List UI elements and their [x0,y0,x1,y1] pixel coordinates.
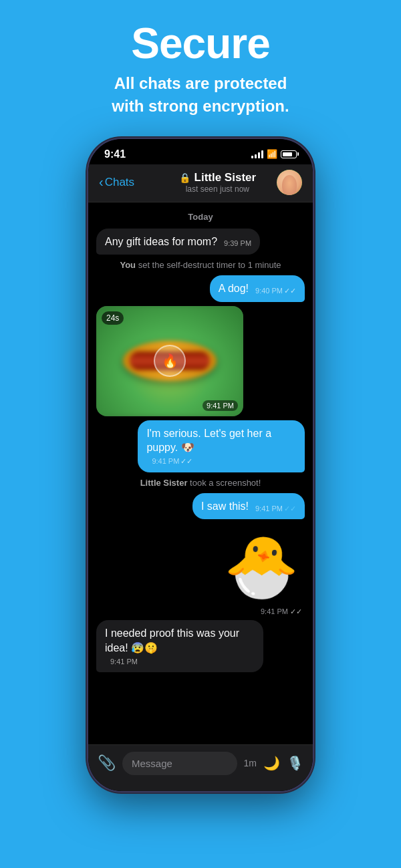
msg-time: 9:41 PM [255,504,283,514]
avatar[interactable] [277,170,302,195]
image-time-overlay: 9:41 PM [203,400,238,411]
screenshot-text: took a screenshot! [190,478,261,488]
system-message: You set the self-destruct timer to 1 min… [96,259,305,271]
msg-text: I needed proof this was your idea! 😰🤫 [105,626,255,655]
incoming-bubble: Any gift ideas for mom? 9:39 PM [96,229,260,255]
msg-text: A dog! [219,281,249,296]
message-placeholder: Message [132,758,172,769]
phone-wrapper: 9:41 📶 ‹ Ch [87,138,314,806]
nav-back-label: Chats [105,176,134,189]
hero-subtitle: All chats are protectedwith strong encry… [13,72,388,117]
moon-icon[interactable]: 🌙 [263,755,280,771]
message-row: I saw this! 9:41 PM ✓✓ [96,493,305,520]
status-icons: 📶 [251,149,297,159]
microphone-icon[interactable]: 🎙️ [287,755,303,771]
message-row: Any gift ideas for mom? 9:39 PM [96,229,305,255]
checkmarks-icon: ✓✓ [180,456,192,466]
nav-back-button[interactable]: ‹ Chats [99,174,158,190]
signal-bar-4 [261,150,263,158]
signal-bar-2 [255,154,257,158]
checkmarks-icon: ✓✓ [284,504,296,514]
nav-contact-status: last seen just now [158,184,277,194]
chat-area[interactable]: Today Any gift ideas for mom? 9:39 PM Yo… [88,202,313,744]
message-input[interactable]: Message [122,752,237,775]
avatar-face [277,170,302,195]
attach-button[interactable]: 📎 [98,754,116,772]
screenshot-name: Little Sister [140,478,188,488]
image-bubble[interactable]: 🔥 24s 9:41 PM [96,306,243,416]
msg-text: I'm serious. Let's get her a puppy. 🐶 [146,426,296,455]
image-message-row: 🔥 24s 9:41 PM [96,306,305,416]
nav-bar: ‹ Chats 🔒 Little Sister last seen just n… [88,164,313,202]
play-overlay[interactable]: 🔥 [154,345,186,377]
sticker-message-row: 🐣 9:41 PM ✓✓ [96,523,305,616]
timer-badge: 24s [102,311,124,325]
message-row: I'm serious. Let's get her a puppy. 🐶 9:… [96,420,305,472]
battery-icon [281,150,297,158]
play-icon: 🔥 [162,353,178,369]
chevron-left-icon: ‹ [99,174,104,190]
message-row: A dog! 9:40 PM ✓✓ [96,275,305,302]
timer-label[interactable]: 1m [244,758,257,768]
lock-icon: 🔒 [179,172,190,183]
signal-bar-1 [251,156,253,158]
msg-text: Any gift ideas for mom? [105,235,217,249]
msg-content-row: I needed proof this was your idea! 😰🤫 9:… [105,626,255,666]
status-time: 9:41 [104,148,126,160]
outgoing-bubble: I saw this! 9:41 PM ✓✓ [192,493,305,520]
outgoing-bubble: A dog! 9:40 PM ✓✓ [210,275,305,302]
signal-bars-icon [251,150,263,158]
status-bar: 9:41 📶 [88,139,313,164]
nav-contact-name: Little Sister [194,171,257,184]
checkmarks-icon: ✓✓ [284,286,296,296]
msg-text: I saw this! [201,499,249,514]
msg-content-row: I'm serious. Let's get her a puppy. 🐶 9:… [146,426,296,466]
hero-section: Secure All chats are protectedwith stron… [0,0,401,131]
msg-content-row: Any gift ideas for mom? 9:39 PM [105,235,251,249]
bottom-bar: 📎 Message 1m 🌙 🎙️ [88,744,313,791]
msg-time: 9:41 PM [110,657,138,667]
msg-time: 9:41 PM [152,456,179,466]
sticker-emoji: 🐣 [224,532,299,602]
system-msg-text: You set the self-destruct timer to 1 min… [120,260,281,270]
phone-screen: 9:41 📶 ‹ Ch [88,139,313,791]
outgoing-bubble: I'm serious. Let's get her a puppy. 🐶 9:… [138,420,305,472]
hero-title: Secure [13,20,388,67]
sticker-area: 🐣 [218,523,305,610]
msg-content-row: I saw this! 9:41 PM ✓✓ [201,499,296,514]
battery-fill [283,152,292,156]
wifi-icon: 📶 [267,149,277,159]
msg-time: 9:39 PM [224,239,251,249]
message-row: I needed proof this was your idea! 😰🤫 9:… [96,620,305,672]
incoming-bubble: I needed proof this was your idea! 😰🤫 9:… [96,620,263,672]
phone-outer: 9:41 📶 ‹ Ch [87,138,314,792]
msg-content-row: A dog! 9:40 PM ✓✓ [219,281,296,296]
signal-bar-3 [258,152,260,158]
nav-center: 🔒 Little Sister last seen just now [158,171,277,194]
screenshot-notice: Little Sister took a screenshot! [96,476,305,489]
date-divider: Today [96,209,305,225]
nav-title-row: 🔒 Little Sister [158,171,277,184]
msg-time: 9:40 PM [255,286,283,296]
